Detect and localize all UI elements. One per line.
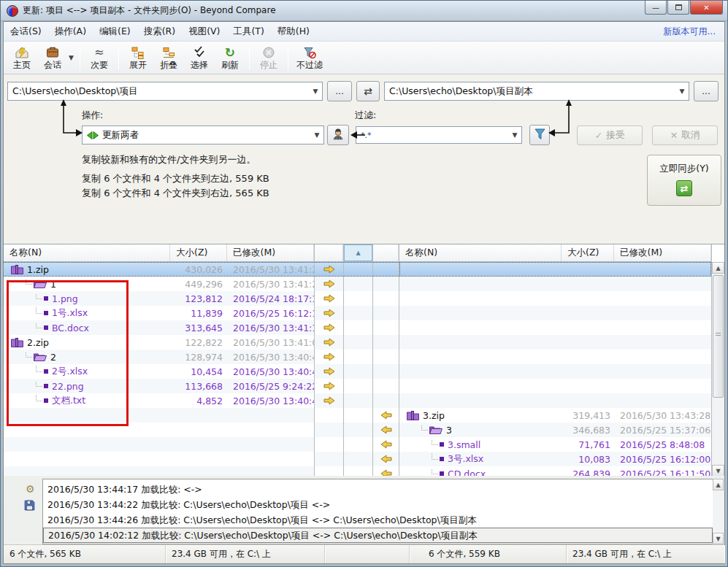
file-modified: 2016/5/30 13:41:20: [227, 279, 314, 290]
chevron-down-icon[interactable]: ▼: [508, 127, 521, 143]
log-scrollbar[interactable]: ▲ ▼: [713, 479, 724, 544]
select-button[interactable]: 选择: [184, 42, 215, 73]
left-column-size[interactable]: 大小(Z): [170, 244, 227, 261]
table-row[interactable]: CD.docx 264,839 2016/5/25 16:11:50: [399, 466, 711, 477]
file-name: 文档.txt: [52, 395, 85, 407]
no-filter-button[interactable]: 不过滤: [292, 42, 327, 73]
scroll-up-icon[interactable]: ▲: [713, 479, 724, 490]
chevron-down-icon[interactable]: ▼: [310, 126, 323, 144]
menu-help[interactable]: 帮助(H): [271, 23, 316, 41]
browse-left-button[interactable]: ...: [327, 81, 352, 101]
scroll-down-icon[interactable]: ▼: [713, 533, 724, 544]
sort-ascending-icon[interactable]: ▲: [344, 244, 372, 261]
table-row[interactable]: 1.png 123,812 2016/5/24 18:17:18: [4, 291, 314, 306]
log-list[interactable]: 2016/5/30 13:44:17 加载比较: <-> 2016/5/30 1…: [42, 479, 713, 544]
table-row[interactable]: 2号.xlsx 10,454 2016/5/30 13:40:48: [4, 364, 314, 379]
chevron-down-icon[interactable]: ▼: [675, 82, 689, 100]
refresh-button[interactable]: ↻ 刷新: [215, 42, 245, 73]
log-line-selected[interactable]: 2016/5/30 14:02:12 加载比较: C:\Users\echo\D…: [43, 528, 713, 543]
save-log-icon[interactable]: [23, 499, 36, 514]
table-row[interactable]: 3.zip 319,413 2016/5/30 13:43:28: [399, 408, 711, 423]
right-panel-scrollbar[interactable]: ▲ ▼: [712, 262, 724, 477]
scrollbar-thumb[interactable]: [713, 275, 724, 398]
chevron-down-icon[interactable]: ▼: [309, 82, 322, 100]
scroll-down-icon[interactable]: ▼: [712, 465, 724, 477]
new-version-link[interactable]: 新版本可用...: [664, 26, 724, 38]
table-row[interactable]: 3.small 71,761 2016/5/25 8:48:08: [399, 437, 711, 452]
copy-left-arrow-icon[interactable]: [373, 408, 399, 423]
file-name: 2号.xlsx: [52, 366, 88, 378]
file-modified: 2016/5/25 16:12:00: [614, 454, 711, 465]
copy-right-arrow-icon[interactable]: [315, 379, 343, 393]
sync-now-button[interactable]: 立即同步(Y) ⇄: [647, 155, 721, 206]
home-button[interactable]: 主页: [7, 42, 37, 73]
rules-button[interactable]: [327, 125, 349, 145]
table-row[interactable]: 文档.txt 4,852 2016/5/30 13:40:40: [4, 393, 314, 408]
copy-left-arrow-icon[interactable]: [373, 437, 399, 452]
left-column-modified[interactable]: 已修改(M): [227, 244, 314, 261]
left-column-name[interactable]: 名称(N): [4, 244, 170, 261]
copy-right-arrow-icon[interactable]: [315, 364, 343, 379]
copy-left-arrow-icon[interactable]: [373, 423, 399, 437]
scrollbar-track[interactable]: [712, 274, 724, 465]
scroll-up-icon[interactable]: ▲: [712, 262, 724, 274]
menu-edit[interactable]: 编辑(E): [93, 23, 137, 41]
file-name: 3.small: [448, 439, 480, 450]
log-line[interactable]: 2016/5/30 13:44:22 加载比较: C:\Users\echo\D…: [43, 497, 713, 512]
table-row[interactable]: 1号.xlsx 11,839 2016/5/25 16:12:16: [4, 306, 314, 320]
no-filter-label: 不过滤: [296, 60, 323, 70]
browse-right-button[interactable]: ...: [694, 81, 719, 101]
right-column-modified[interactable]: 已修改(M): [614, 244, 711, 261]
file-size: 113,668: [170, 381, 227, 392]
copy-left-arrow-icon[interactable]: [373, 452, 399, 466]
filter-combobox[interactable]: *.* ▼: [356, 126, 522, 144]
log-line[interactable]: 2016/5/30 13:44:26 加载比较: C:\Users\echo\D…: [43, 512, 713, 528]
copy-right-arrow-icon[interactable]: [315, 306, 343, 320]
menu-session[interactable]: 会话(S): [4, 23, 48, 41]
swap-icon: ⇄: [364, 85, 372, 97]
copy-right-arrow-icon[interactable]: [315, 320, 343, 335]
file-size: 122,822: [170, 337, 227, 348]
briefcase-icon: [45, 45, 60, 60]
copy-right-arrow-icon[interactable]: [315, 350, 343, 364]
minor-button[interactable]: ≈ 次要: [84, 42, 115, 73]
sync-icon: ⇄: [676, 180, 692, 196]
close-button[interactable]: ✕: [690, 1, 723, 15]
table-row[interactable]: 3号.xlsx 10,083 2016/5/25 16:12:00: [399, 452, 711, 466]
copy-right-arrow-icon[interactable]: [315, 262, 343, 277]
beyond-compare-window: 更新: 项目 <--> 项目副本 - 文件夹同步(O) - Beyond Com…: [0, 0, 728, 567]
right-column-size[interactable]: 大小(Z): [562, 244, 614, 261]
sessions-button[interactable]: 会话: [37, 42, 68, 73]
right-path-combobox[interactable]: C:\Users\echo\Desktop\项目副本 ▼: [384, 82, 689, 101]
operation-combobox[interactable]: 更新两者 ▼: [82, 126, 324, 144]
table-row[interactable]: 22.png 113,668 2016/5/25 9:24:22: [4, 379, 314, 393]
menu-actions[interactable]: 操作(A): [48, 23, 93, 41]
copy-right-arrow-icon[interactable]: [315, 335, 343, 350]
table-row[interactable]: 2 128,974 2016/5/30 13:40:48: [4, 350, 314, 364]
swap-sides-button[interactable]: ⇄: [356, 81, 380, 101]
table-row[interactable]: 3 346,683 2016/5/25 15:37:06: [399, 423, 711, 437]
file-icon: [44, 325, 48, 330]
table-row[interactable]: [399, 262, 711, 277]
table-row[interactable]: 2.zip 122,822 2016/5/30 13:41:00: [4, 335, 314, 350]
menu-search[interactable]: 搜索(R): [137, 23, 182, 41]
menu-tools[interactable]: 工具(T): [226, 23, 270, 41]
right-column-name[interactable]: 名称(N): [399, 244, 562, 261]
copy-right-arrow-icon[interactable]: [315, 291, 343, 306]
table-row[interactable]: 1.zip 430,026 2016/5/30 13:41:23: [4, 262, 314, 277]
collapse-button[interactable]: 折叠: [153, 42, 184, 73]
log-line[interactable]: 2016/5/30 13:44:17 加载比较: <->: [43, 482, 713, 497]
copy-left-arrow-icon[interactable]: [373, 466, 399, 477]
left-path-combobox[interactable]: C:\Users\echo\Desktop\项目 ▼: [7, 82, 323, 101]
window-title: 更新: 项目 <--> 项目副本 - 文件夹同步(O) - Beyond Com…: [23, 4, 276, 17]
table-row[interactable]: 1 449,296 2016/5/30 13:41:20: [4, 277, 314, 291]
copy-right-gutter: [315, 244, 344, 476]
copy-right-arrow-icon[interactable]: [315, 393, 343, 408]
sessions-dropdown-arrow-icon[interactable]: ▼: [68, 42, 76, 73]
expand-button[interactable]: 展开: [123, 42, 153, 73]
menu-view[interactable]: 视图(V): [182, 23, 226, 41]
maximize-button[interactable]: [667, 1, 689, 15]
minimize-button[interactable]: —: [645, 1, 667, 15]
table-row[interactable]: BC.docx 313,645 2016/5/30 13:41:16: [4, 320, 314, 335]
copy-right-arrow-icon[interactable]: [315, 277, 343, 291]
